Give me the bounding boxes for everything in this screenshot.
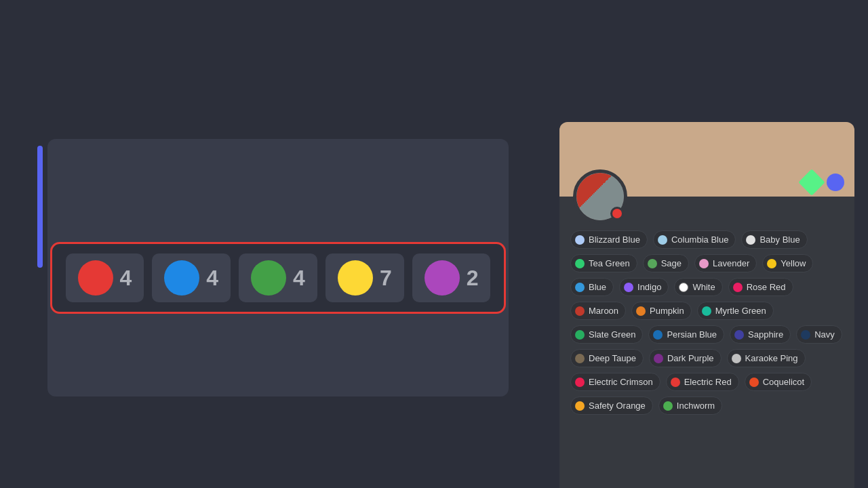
- title-area: [0, 0, 868, 119]
- role-label-15: Persian Blue: [667, 329, 717, 340]
- role-label-23: Coquelicot: [763, 377, 804, 387]
- color-count-0: 4: [120, 266, 132, 291]
- role-pill-21[interactable]: Electric Crimson: [570, 373, 660, 391]
- role-pill-9[interactable]: White: [674, 278, 722, 296]
- role-dot-8: [624, 283, 633, 292]
- color-button-0[interactable]: 4: [66, 253, 144, 302]
- role-label-14: Slate Green: [589, 329, 635, 340]
- role-label-25: Inchworm: [677, 401, 715, 411]
- role-pill-19[interactable]: Dark Purple: [649, 349, 722, 367]
- color-buttons-row: 4 4 4 7 2: [50, 242, 507, 314]
- color-button-2[interactable]: 4: [239, 253, 317, 302]
- role-label-24: Safety Orange: [589, 401, 646, 411]
- role-pill-22[interactable]: Electric Red: [666, 373, 739, 391]
- role-label-6: Yellow: [781, 258, 806, 268]
- role-label-3: Tea Green: [589, 258, 630, 268]
- role-dot-22: [671, 378, 680, 387]
- role-pill-2[interactable]: Baby Blue: [741, 230, 807, 249]
- role-pill-4[interactable]: Sage: [643, 254, 689, 272]
- roles-grid: Blizzard Blue Columbia Blue Baby Blue Te…: [570, 230, 844, 415]
- role-pill-11[interactable]: Maroon: [570, 302, 626, 320]
- role-dot-10: [733, 283, 743, 292]
- role-dot-15: [653, 330, 663, 340]
- role-label-8: Indigo: [637, 282, 661, 292]
- role-pill-14[interactable]: Slate Green: [570, 325, 643, 344]
- color-circle-0: [78, 260, 113, 296]
- role-label-0: Blizzard Blue: [589, 235, 640, 245]
- role-label-1: Columbia Blue: [671, 235, 729, 245]
- color-circle-1: [164, 260, 199, 296]
- role-pill-5[interactable]: Lavender: [694, 254, 757, 272]
- role-pill-10[interactable]: Rose Red: [728, 278, 793, 296]
- role-pill-8[interactable]: Indigo: [619, 278, 669, 296]
- role-dot-5: [699, 259, 709, 268]
- role-dot-16: [734, 330, 744, 340]
- top-icons: [802, 173, 844, 192]
- role-pill-13[interactable]: Myrtle Green: [697, 302, 774, 320]
- color-circle-4: [425, 260, 460, 296]
- color-count-2: 4: [293, 266, 305, 291]
- role-label-7: Blue: [589, 282, 606, 292]
- role-dot-0: [575, 235, 585, 245]
- right-panel: Blizzard Blue Columbia Blue Baby Blue Te…: [559, 122, 854, 488]
- role-dot-17: [801, 330, 810, 340]
- blue-accent-bar: [37, 146, 43, 268]
- color-button-4[interactable]: 2: [412, 253, 491, 302]
- role-label-5: Lavender: [713, 258, 749, 268]
- role-dot-19: [654, 354, 663, 363]
- color-button-3[interactable]: 7: [326, 253, 404, 302]
- role-label-2: Baby Blue: [760, 235, 800, 245]
- role-pill-23[interactable]: Coquelicot: [745, 373, 812, 391]
- role-dot-6: [767, 259, 776, 268]
- role-label-9: White: [692, 282, 715, 292]
- role-label-10: Rose Red: [747, 282, 786, 292]
- role-pill-16[interactable]: Sapphire: [730, 325, 791, 344]
- role-pill-25[interactable]: Inchworm: [658, 396, 722, 415]
- role-dot-9: [679, 283, 688, 292]
- role-label-11: Maroon: [589, 306, 618, 316]
- role-dot-7: [575, 283, 585, 292]
- color-button-1[interactable]: 4: [152, 253, 231, 302]
- color-count-3: 7: [380, 266, 392, 291]
- role-dot-25: [663, 401, 673, 411]
- role-label-16: Sapphire: [748, 329, 783, 340]
- color-count-1: 4: [206, 266, 218, 291]
- role-pill-1[interactable]: Columbia Blue: [653, 230, 736, 249]
- role-label-19: Dark Purple: [667, 353, 714, 363]
- status-dot: [610, 207, 624, 220]
- role-dot-13: [702, 306, 711, 316]
- role-dot-11: [575, 306, 585, 316]
- role-dot-12: [636, 306, 646, 316]
- role-dot-2: [746, 235, 755, 245]
- role-pill-7[interactable]: Blue: [570, 278, 614, 296]
- left-panel: 4 4 4 7 2: [20, 119, 536, 488]
- role-dot-4: [648, 259, 657, 268]
- role-dot-14: [575, 330, 585, 340]
- role-label-18: Deep Taupe: [589, 353, 636, 363]
- role-pill-12[interactable]: Pumpkin: [631, 302, 692, 320]
- role-pill-20[interactable]: Karaoke Ping: [727, 349, 806, 367]
- role-dot-23: [749, 378, 759, 387]
- diamond-icon: [798, 169, 825, 196]
- role-pill-0[interactable]: Blizzard Blue: [570, 230, 648, 249]
- color-circle-3: [338, 260, 373, 296]
- role-dot-21: [575, 378, 585, 387]
- profile-banner: [559, 122, 854, 197]
- role-pill-18[interactable]: Deep Taupe: [570, 349, 644, 367]
- circle-blue-icon: [827, 174, 844, 191]
- role-dot-1: [658, 235, 667, 245]
- role-dot-24: [575, 401, 585, 411]
- role-label-13: Myrtle Green: [715, 306, 766, 316]
- role-label-20: Karaoke Ping: [745, 353, 798, 363]
- role-pill-17[interactable]: Navy: [796, 325, 842, 344]
- role-dot-3: [575, 259, 585, 268]
- role-pill-24[interactable]: Safety Orange: [570, 396, 653, 415]
- color-chooser-card: 4 4 4 7 2: [47, 139, 509, 396]
- role-label-4: Sage: [661, 258, 682, 268]
- role-pill-6[interactable]: Yellow: [762, 254, 813, 272]
- role-pill-15[interactable]: Persian Blue: [648, 325, 724, 344]
- role-dot-20: [732, 354, 741, 363]
- role-label-12: Pumpkin: [650, 306, 684, 316]
- roles-section: Blizzard Blue Columbia Blue Baby Blue Te…: [559, 197, 854, 488]
- role-pill-3[interactable]: Tea Green: [570, 254, 637, 272]
